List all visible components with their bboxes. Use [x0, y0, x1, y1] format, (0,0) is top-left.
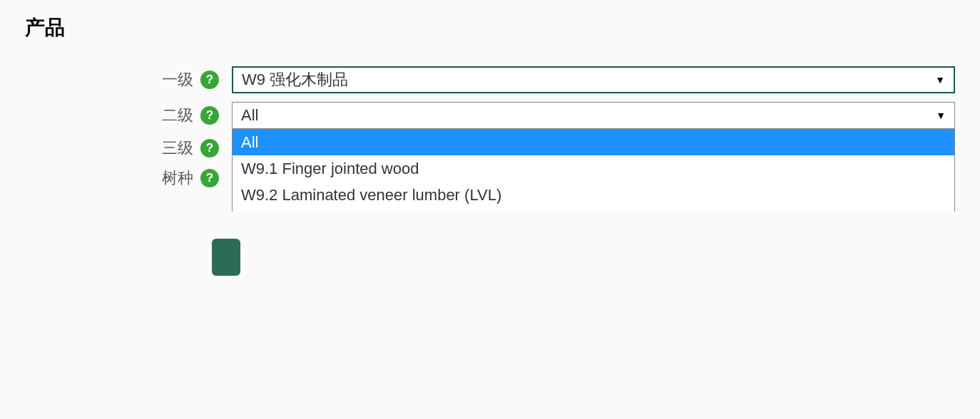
dropdown-option[interactable]: W9.2 Laminated veneer lumber (LVL): [233, 182, 954, 208]
select-level1[interactable]: W9 强化木制品: [232, 66, 955, 93]
help-icon[interactable]: ?: [200, 169, 219, 187]
select-level2[interactable]: All: [232, 102, 955, 129]
dropdown-option[interactable]: All: [233, 129, 954, 155]
select-wrap-level1: W9 强化木制品: [232, 66, 955, 93]
page-title: 产品: [25, 14, 955, 41]
select-level1-value: W9 强化木制品: [242, 69, 348, 90]
label-level1: 一级: [162, 69, 193, 90]
label-species: 树种: [162, 167, 193, 189]
label-area-level3: 三级 ?: [25, 138, 232, 159]
row-level2: 二级 ? All AllW9.1 Finger jointed woodW9.2…: [25, 102, 955, 129]
label-level3: 三级: [162, 138, 193, 159]
dropdown-option[interactable]: W9.3 Parallel strand lumber (PSL): [233, 208, 954, 212]
help-icon[interactable]: ?: [200, 106, 219, 125]
label-level2: 二级: [162, 105, 193, 126]
row-level1: 一级 ? W9 强化木制品: [25, 66, 955, 93]
help-icon[interactable]: ?: [200, 71, 219, 89]
dropdown-option[interactable]: W9.1 Finger jointed wood: [233, 155, 954, 182]
label-area-species: 树种 ?: [25, 167, 232, 189]
select-level2-value: All: [241, 106, 258, 125]
select-wrap-level2: All AllW9.1 Finger jointed woodW9.2 Lami…: [232, 102, 955, 129]
help-icon[interactable]: ?: [200, 139, 219, 157]
dropdown-level2: AllW9.1 Finger jointed woodW9.2 Laminate…: [232, 129, 955, 212]
label-area-level2: 二级 ?: [25, 105, 232, 126]
label-area-level1: 一级 ?: [25, 69, 232, 90]
